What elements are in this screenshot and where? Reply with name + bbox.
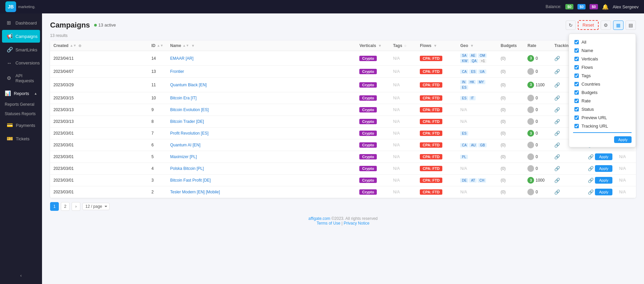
cell-budgets: (0)	[497, 139, 524, 151]
picker-label-rate[interactable]: Rate	[581, 98, 630, 103]
tracking-url-link-icon[interactable]: 🔗	[554, 82, 560, 88]
table-row: 2023/03/15 10 Bitcoin Era [IT] Crypto N/…	[50, 92, 636, 104]
picker-checkbox-countries[interactable]	[574, 82, 579, 86]
campaign-link[interactable]: Profit Revolution [ES]	[170, 131, 208, 136]
picker-label-tags[interactable]: Tags	[581, 73, 630, 78]
sidebar-item-reports[interactable]: 📊 Reports ▲	[0, 87, 42, 100]
campaign-link[interactable]: EMAAR [AR]	[170, 56, 193, 61]
campaign-link[interactable]: Bitcoin Era [IT]	[170, 96, 197, 100]
reset-button[interactable]: Reset	[578, 20, 599, 30]
tags-filter-icon[interactable]: ○	[404, 44, 407, 48]
notifications-bell-icon[interactable]: 🔔	[602, 4, 609, 10]
picker-checkbox-budgets[interactable]	[574, 90, 579, 95]
preview-link-icon[interactable]: 🔗	[588, 166, 594, 171]
layout-gear-button[interactable]: ⚙	[601, 20, 611, 30]
preview-link-icon[interactable]: 🔗	[588, 189, 594, 195]
flows-filter-icon[interactable]: ▼	[433, 44, 437, 48]
cell-created: 2023/03/01	[50, 186, 148, 198]
sidebar-collapse-button[interactable]: ‹	[0, 270, 42, 281]
picker-label-budgets[interactable]: Budgets	[581, 90, 630, 95]
footer-site-link[interactable]: affigate.com	[308, 216, 330, 221]
picker-label-countries[interactable]: Countries	[581, 82, 630, 87]
tracking-url-link-icon[interactable]: 🔗	[554, 95, 560, 101]
cell-rate: 0	[524, 163, 551, 175]
sidebar-item-tickets[interactable]: 🎫 Tickets	[2, 132, 40, 145]
picker-checkbox-all[interactable]	[574, 40, 579, 44]
picker-checkbox-preview_url[interactable]	[574, 115, 579, 120]
picker-label-verticals[interactable]: Verticals	[581, 56, 630, 61]
cell-budgets: (0)	[497, 78, 524, 92]
user-name: Alex Sergeev	[613, 4, 639, 9]
picker-checkbox-tracking_url[interactable]	[574, 124, 579, 128]
sidebar-item-statuses-reports[interactable]: Statuses Reports	[0, 109, 42, 119]
apply-button[interactable]: Apply	[595, 165, 612, 172]
tracking-url-link-icon[interactable]: 🔗	[554, 69, 560, 74]
apply-button[interactable]: Apply	[595, 177, 612, 184]
picker-label-status[interactable]: Status	[581, 107, 630, 112]
picker-label-preview_url[interactable]: Preview URL	[581, 115, 630, 120]
campaign-link[interactable]: Tesler Modern [EN] [Mobile]	[170, 190, 220, 194]
campaign-link[interactable]: Maximizer [PL]	[170, 154, 197, 159]
apply-button[interactable]: Apply	[595, 153, 612, 160]
picker-checkbox-verticals[interactable]	[574, 57, 579, 61]
campaign-link[interactable]: Bitcoin Evolution [ES]	[170, 107, 209, 112]
rate-circle-icon: 3	[527, 82, 534, 88]
layout-grid-button[interactable]: ▦	[613, 20, 623, 30]
tracking-url-link-icon[interactable]: 🔗	[554, 154, 560, 159]
cell-id: 3	[148, 175, 167, 186]
tracking-url-link-icon[interactable]: 🔗	[554, 189, 560, 195]
preview-link-icon[interactable]: 🔗	[588, 178, 594, 183]
created-filter-icon[interactable]: ⊕	[78, 44, 81, 48]
page-next-btn[interactable]: ›	[72, 202, 80, 211]
picker-checkbox-name[interactable]	[574, 48, 579, 53]
picker-checkbox-tags[interactable]	[574, 74, 579, 78]
campaign-link[interactable]: Quantum Black [EN]	[170, 83, 207, 87]
campaign-link[interactable]: Bitcoin Trader [DE]	[170, 119, 204, 124]
campaign-link[interactable]: Frontier	[170, 69, 184, 74]
picker-checkbox-flows[interactable]	[574, 65, 579, 69]
picker-label-name[interactable]: Name	[581, 48, 630, 53]
picker-label-all[interactable]: All	[581, 40, 630, 45]
page-size-select[interactable]: 12 / page 24 / page 48 / page	[82, 203, 110, 210]
tracking-url-link-icon[interactable]: 🔗	[554, 166, 560, 171]
refresh-button[interactable]: ↻	[566, 20, 576, 30]
sidebar-item-payments[interactable]: 💳 Payments	[2, 119, 40, 132]
column-picker-apply-button[interactable]: Apply	[614, 136, 632, 143]
tracking-url-link-icon[interactable]: 🔗	[554, 119, 560, 124]
page-btn-2[interactable]: 2	[61, 202, 70, 211]
tracking-url-link-icon[interactable]: 🔗	[554, 131, 560, 136]
campaign-link[interactable]: Quantum AI [EN]	[170, 143, 200, 147]
preview-link-icon[interactable]: 🔗	[588, 154, 594, 159]
sidebar-item-smartlinks[interactable]: 🔗 SmartLinks	[2, 43, 40, 56]
tracking-url-link-icon[interactable]: 🔗	[554, 142, 560, 148]
sidebar-item-reports-general[interactable]: Reports General	[0, 100, 42, 109]
sidebar-item-dashboard[interactable]: ⊞ Dashboard	[2, 16, 40, 29]
picker-checkbox-status[interactable]	[574, 107, 579, 111]
picker-label-tracking_url[interactable]: Tracking URL	[581, 124, 630, 129]
campaign-link[interactable]: Bitcoin Fast Profit [DE]	[170, 178, 211, 183]
picker-checkbox-rate[interactable]	[574, 99, 579, 103]
apply-button[interactable]: Apply	[595, 189, 612, 195]
cell-geo: DEATCH	[457, 175, 497, 186]
footer-terms-link[interactable]: Terms of Use	[317, 221, 340, 226]
cell-tags: N/A	[390, 128, 416, 139]
tracking-url-link-icon[interactable]: 🔗	[554, 178, 560, 183]
page-btn-1[interactable]: 1	[50, 202, 59, 211]
layout-list-button[interactable]: ▤	[626, 20, 636, 30]
cell-flows: CPA: FTD	[416, 139, 457, 151]
geo-filter-icon[interactable]: ▼	[470, 44, 474, 48]
name-filter-icon[interactable]: ▼	[191, 44, 195, 48]
tracking-url-link-icon[interactable]: 🔗	[554, 107, 560, 112]
sidebar-label-payments: Payments	[16, 123, 35, 128]
campaign-link[interactable]: Polska Bitcoin [PL]	[170, 166, 204, 171]
sidebar-item-api-requests[interactable]: ⚙ API Requests	[2, 70, 40, 87]
sidebar-item-campaigns[interactable]: 📢 Campaigns	[2, 30, 40, 43]
picker-label-flows[interactable]: Flows	[581, 65, 630, 70]
picker-item-name: Name	[573, 46, 632, 55]
footer-privacy-link[interactable]: Privacy Notice	[344, 221, 369, 226]
cell-tags: N/A	[390, 186, 416, 198]
tracking-url-link-icon[interactable]: 🔗	[554, 56, 560, 61]
cell-rate: 0	[524, 104, 551, 116]
verticals-filter-icon[interactable]: ▼	[378, 44, 382, 48]
sidebar-item-conversions[interactable]: ↔ Conversions	[2, 57, 40, 69]
